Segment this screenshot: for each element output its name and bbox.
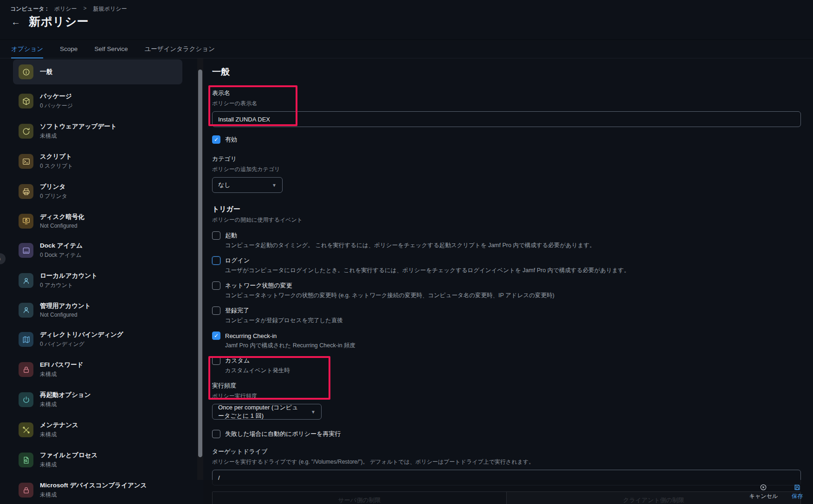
- dock-icon: [19, 243, 33, 258]
- tab-scope[interactable]: Scope: [60, 40, 77, 58]
- user-icon: [19, 273, 33, 288]
- page-header: コンピュータ : ポリシー > 新規ポリシー ← 新ポリシー: [0, 0, 813, 39]
- tab-options[interactable]: オプション: [11, 40, 43, 58]
- admin-user-icon: [19, 303, 33, 318]
- lock-icon: [19, 483, 33, 498]
- target-drive-sublabel: ポリシーを実行するドライブです (e.g. "/Volumes/Restore/…: [212, 458, 801, 466]
- trigger-options: 起動 コンピュータ起動のタイミング。 これを実行するには、ポリシーをチェックする…: [212, 231, 801, 375]
- enabled-label: 有効: [225, 135, 237, 144]
- display-name-sublabel: ポリシーの表示名: [212, 100, 801, 108]
- display-name-label: 表示名: [212, 89, 801, 97]
- trigger-title: トリガー: [212, 205, 801, 214]
- maintenance-icon: [19, 422, 33, 437]
- sidebar-item[interactable]: ファイルとプロセス 未構成: [13, 447, 182, 473]
- lock-icon: [19, 362, 33, 377]
- category-label: カテゴリ: [212, 155, 801, 163]
- trigger-option: 登録完了 コンピュータが登録プロセスを完了した直後: [212, 306, 801, 325]
- chevron-down-icon: ▼: [272, 183, 277, 188]
- trigger-sublabel: ポリシーの開始に使用するイベント: [212, 216, 801, 224]
- trigger-option: カスタム カスタムイベント発生時: [212, 357, 801, 375]
- cancel-label: キャンセル: [749, 492, 778, 500]
- file-icon: [19, 453, 33, 467]
- sidebar-item[interactable]: 再起動オプション 未構成: [13, 386, 182, 413]
- sidebar-item[interactable]: プリンタ 0 プリンタ: [13, 178, 182, 205]
- category-selected-value: なし: [218, 181, 231, 189]
- software-update-icon: [19, 124, 33, 139]
- breadcrumb: コンピュータ : ポリシー > 新規ポリシー: [10, 5, 127, 13]
- sidebar-item[interactable]: EFI パスワード 未構成: [13, 356, 182, 383]
- trigger-option: ネットワーク状態の変更 コンピュータネットワークの状態の変更時 (e.g. ネッ…: [212, 281, 801, 300]
- frequency-select[interactable]: Once per computer (コンピュータごとに 1 回) ▼: [212, 404, 322, 420]
- tab-user-interaction[interactable]: ユーザインタラクション: [144, 40, 215, 58]
- sidebar-item[interactable]: ディレクトリバインディング 0 バインディング: [13, 326, 182, 353]
- category-sublabel: ポリシーの追加先カテゴリ: [212, 166, 801, 173]
- retry-checkbox[interactable]: [212, 430, 220, 438]
- page-title: 新ポリシー: [29, 14, 89, 29]
- sidebar-item[interactable]: 一般: [13, 59, 182, 84]
- sidebar-scrollbar[interactable]: [197, 58, 203, 480]
- sidebar-item[interactable]: ローカルアカウント 0 アカウント: [13, 267, 182, 294]
- trigger-option: 起動 コンピュータ起動のタイミング。 これを実行するには、ポリシーをチェックする…: [212, 231, 801, 249]
- trigger-checkbox[interactable]: [212, 256, 220, 265]
- general-panel: 一般 表示名 ポリシーの表示名 ✓ 有効 カテゴリ ポリシーの追加先カテゴリ な…: [212, 58, 801, 504]
- frequency-label: 実行頻度: [212, 382, 801, 390]
- frequency-sublabel: ポリシー実行頻度: [212, 392, 801, 400]
- target-drive-label: ターゲットドライブ: [212, 447, 801, 456]
- printer-icon: [19, 184, 33, 199]
- sidebar-item[interactable]: パッケージ 0 パッケージ: [13, 88, 182, 115]
- back-arrow-icon[interactable]: ←: [11, 17, 20, 26]
- sidebar-item[interactable]: ソフトウェアアップデート 未構成: [13, 118, 182, 145]
- trigger-checkbox[interactable]: [212, 231, 220, 240]
- sidebar-item[interactable]: スクリプト 0 スクリプト: [13, 148, 182, 175]
- directory-binding-icon: [19, 332, 33, 347]
- chevron-down-icon: ▼: [311, 409, 316, 415]
- sidebar-item[interactable]: Microsoft デバイスコンプライアンス 未構成: [13, 477, 182, 504]
- trigger-option: ログイン ユーザがコンピュータにログインしたとき。これを実行するには、ポリシーを…: [212, 256, 801, 274]
- floppy-disk-icon: [794, 484, 801, 491]
- sidebar-item[interactable]: ディスク暗号化 Not Configured: [13, 208, 182, 234]
- breadcrumb-current: 新規ポリシー: [93, 5, 127, 13]
- trigger-checkbox[interactable]: ✓: [212, 332, 220, 340]
- chevron-left-icon: ‹: [0, 256, 1, 262]
- enabled-checkbox[interactable]: ✓: [212, 135, 220, 144]
- retry-label: 失敗した場合に自動的にポリシーを再実行: [225, 430, 341, 438]
- save-label: 保存: [792, 492, 803, 500]
- trigger-checkbox[interactable]: [212, 306, 220, 315]
- payload-sidebar: 一般 パッケージ 0 パッケージ ソフトウェアアップデート 未構成 スクリプト …: [0, 58, 195, 504]
- tab-self-service[interactable]: Self Service: [94, 40, 128, 58]
- package-icon: [19, 94, 33, 108]
- sidebar-item[interactable]: Dock アイテム 0 Dock アイテム: [13, 237, 182, 264]
- script-icon: [19, 154, 33, 169]
- circle-x-icon: [760, 484, 767, 491]
- breadcrumb-section[interactable]: ポリシー: [54, 5, 77, 13]
- section-title: 一般: [212, 66, 801, 78]
- breadcrumb-root[interactable]: コンピュータ :: [10, 5, 48, 13]
- save-button[interactable]: 保存: [792, 484, 803, 500]
- scrollbar-thumb[interactable]: [198, 70, 202, 457]
- cancel-button[interactable]: キャンセル: [749, 484, 778, 500]
- category-select[interactable]: なし ▼: [212, 177, 283, 193]
- trigger-option: ✓ Recurring Check-in Jamf Pro 内で構成された Re…: [212, 332, 801, 350]
- sidebar-item[interactable]: 管理用アカウント Not Configured: [13, 297, 182, 323]
- tab-bar: オプション Scope Self Service ユーザインタラクション: [0, 39, 813, 58]
- display-name-input[interactable]: [212, 111, 801, 127]
- breadcrumb-separator-icon: >: [84, 5, 87, 13]
- trigger-checkbox[interactable]: [212, 281, 220, 290]
- sidebar-item[interactable]: メンテナンス 未構成: [13, 416, 182, 443]
- trigger-checkbox[interactable]: [212, 357, 220, 365]
- power-icon: [19, 392, 33, 407]
- info-circle-icon: [19, 64, 33, 79]
- action-footer: キャンセル 保存: [203, 480, 813, 504]
- frequency-selected-value: Once per computer (コンピュータごとに 1 回): [218, 403, 303, 420]
- disk-encryption-icon: [19, 214, 33, 229]
